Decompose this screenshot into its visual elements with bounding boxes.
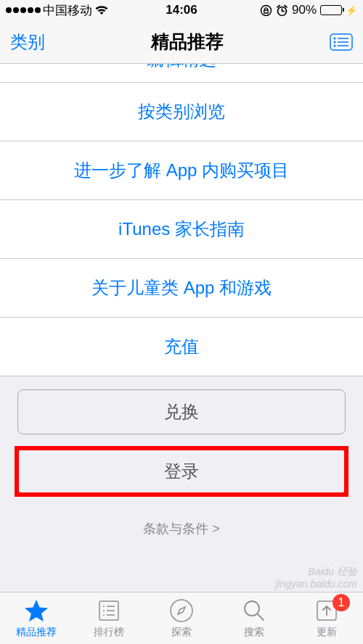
watermark: Baidu 经验 jingyan.baidu.com (275, 566, 357, 590)
tab-bar: 精品推荐 排行榜 探索 搜索 更新 1 (0, 592, 363, 644)
tab-charts[interactable]: 排行榜 (73, 593, 145, 644)
rotation-lock-icon (260, 4, 272, 17)
tab-updates[interactable]: 更新 1 (290, 593, 363, 644)
alarm-icon (276, 4, 288, 17)
carrier-label: 中国移动 (43, 2, 92, 19)
compass-icon (169, 598, 194, 624)
battery-icon (320, 5, 342, 15)
status-right: 90% ⚡ (260, 3, 357, 17)
nav-bar: 类别 精品推荐 (0, 20, 363, 64)
wifi-icon (94, 5, 109, 16)
status-left: 中国移动 (6, 2, 109, 19)
svg-point-7 (334, 44, 336, 46)
battery-pct: 90% (292, 3, 317, 17)
list-item-recharge[interactable]: 充值 (0, 318, 363, 376)
content-list: 编辑精选 按类别浏览 进一步了解 App 内购买项目 iTunes 家长指南 关… (0, 64, 363, 376)
svg-point-5 (334, 41, 336, 43)
svg-point-17 (245, 601, 259, 616)
tab-search[interactable]: 搜索 (218, 593, 290, 644)
svg-point-3 (334, 37, 336, 39)
charts-icon (97, 598, 121, 624)
charging-icon: ⚡ (346, 5, 357, 16)
list-item-parent-guide[interactable]: iTunes 家长指南 (0, 200, 363, 259)
updates-badge: 1 (333, 594, 350, 611)
button-section: 兑换 登录 (0, 376, 363, 513)
list-item-iap-info[interactable]: 进一步了解 App 内购买项目 (0, 141, 363, 200)
redeem-button[interactable]: 兑换 (17, 389, 346, 434)
status-time: 14:06 (166, 3, 197, 17)
svg-point-16 (171, 600, 192, 622)
tab-explore[interactable]: 探索 (145, 593, 218, 644)
nav-list-button[interactable] (330, 33, 353, 51)
star-icon (23, 598, 49, 624)
status-bar: 中国移动 14:06 90% ⚡ (0, 0, 363, 20)
nav-title: 精品推荐 (151, 30, 224, 54)
terms-link[interactable]: 条款与条件 > (0, 513, 363, 552)
svg-line-18 (258, 614, 264, 620)
login-button[interactable]: 登录 (17, 449, 346, 494)
tab-featured[interactable]: 精品推荐 (0, 593, 73, 644)
list-item-cutoff[interactable]: 编辑精选 (0, 64, 363, 83)
list-item-kids-apps[interactable]: 关于儿童类 App 和游戏 (0, 259, 363, 318)
list-item-browse-categories[interactable]: 按类别浏览 (0, 83, 363, 141)
signal-icon (6, 7, 41, 13)
nav-categories-button[interactable]: 类别 (10, 30, 45, 54)
search-icon (242, 598, 266, 624)
